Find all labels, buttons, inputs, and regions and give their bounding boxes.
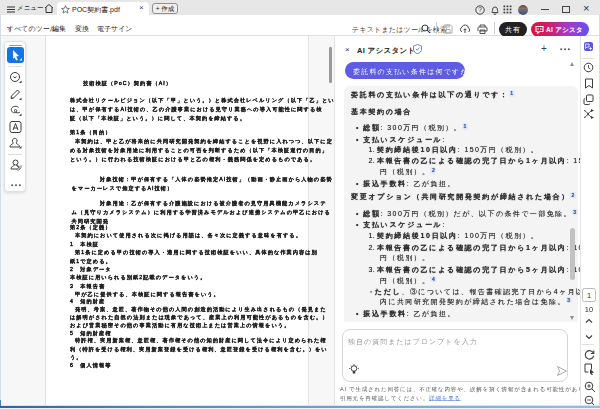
svg-text:?: ? [478,6,482,13]
